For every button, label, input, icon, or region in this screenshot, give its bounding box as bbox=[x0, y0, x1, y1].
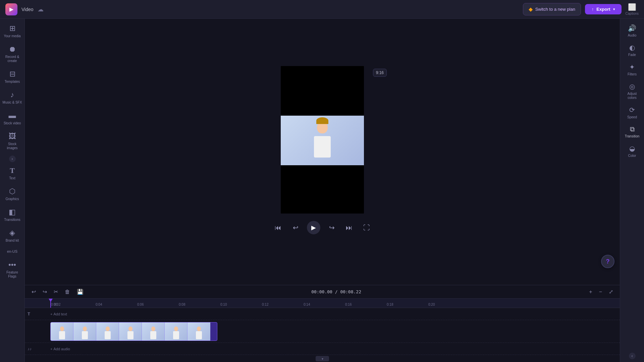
text-track-content[interactable]: + Add text bbox=[50, 308, 620, 320]
rp-color[interactable]: ◒ Color bbox=[622, 142, 643, 161]
delete-button[interactable]: 🗑 bbox=[63, 288, 71, 296]
export-button[interactable]: ↑ Export ▾ bbox=[585, 4, 622, 14]
rp-audio[interactable]: 🔊 Audio bbox=[622, 21, 643, 40]
timeline-ruler: 0:00 0:02 0:04 0:06 0:08 0:10 bbox=[25, 299, 620, 308]
skip-forward-button[interactable]: ⏭ bbox=[343, 222, 355, 234]
audio-track-label: ♪♪ bbox=[25, 347, 50, 351]
record-create-icon: ⏺ bbox=[9, 45, 16, 54]
sidebar-item-stock-video[interactable]: ▬ Stock video bbox=[1, 109, 23, 128]
timeline-area: ↩ ↪ ✂ 🗑 💾 00:00.00 / 00:08.22 + − ⤢ bbox=[25, 285, 620, 362]
templates-icon: ⊟ bbox=[9, 70, 15, 78]
logo-icon: ▶ bbox=[9, 6, 13, 12]
clip-person-7 bbox=[195, 326, 203, 340]
redo-button[interactable]: ↪ bbox=[41, 287, 48, 296]
clip-thumb-3 bbox=[96, 322, 119, 341]
sidebar-item-music-sfx[interactable]: ♪ Music & SFX bbox=[1, 88, 23, 107]
sidebar-item-templates[interactable]: ⊟ Templates bbox=[1, 67, 23, 86]
sidebar-item-record-create[interactable]: ⏺ Record & create bbox=[1, 42, 23, 66]
rp-filters[interactable]: ✦ Filters bbox=[622, 60, 643, 79]
undo-button[interactable]: ↩ bbox=[30, 287, 37, 296]
cut-button[interactable]: ✂ bbox=[52, 287, 59, 296]
audio-track-content[interactable]: + Add audio bbox=[50, 343, 620, 355]
your-media-label: Your media bbox=[4, 34, 20, 38]
fade-label: Fade bbox=[628, 53, 636, 57]
music-sfx-label: Music & SFX bbox=[3, 101, 22, 105]
playhead[interactable] bbox=[50, 299, 51, 308]
sidebar-item-stock-images[interactable]: 🖼 Stock images bbox=[1, 129, 23, 153]
stock-video-icon: ▬ bbox=[9, 111, 16, 120]
skip-back-button[interactable]: ⏮ bbox=[272, 222, 284, 234]
sidebar-item-text[interactable]: T Text bbox=[1, 164, 23, 183]
fullscreen-button[interactable]: ⛶ bbox=[361, 222, 373, 234]
fade-icon: ◐ bbox=[629, 44, 635, 52]
rp-fade[interactable]: ◐ Fade bbox=[622, 41, 643, 60]
add-text-plus: + bbox=[50, 312, 52, 316]
timeline-tracks: T + Add text bbox=[25, 308, 620, 355]
app-logo[interactable]: ▶ bbox=[5, 3, 17, 15]
export-label: Export bbox=[596, 7, 610, 12]
transition-icon: ⧉ bbox=[630, 125, 635, 133]
timeline-expand-bottom[interactable]: ▾ bbox=[316, 356, 329, 361]
export-dropdown-arrow: ▾ bbox=[613, 7, 615, 11]
export-arrow-icon: ↑ bbox=[592, 7, 594, 12]
rp-speed[interactable]: ⟳ Speed bbox=[622, 103, 643, 122]
speed-icon: ⟳ bbox=[629, 106, 635, 114]
filters-label: Filters bbox=[628, 72, 637, 76]
video-clip[interactable] bbox=[50, 322, 217, 341]
add-audio-plus: + bbox=[50, 347, 52, 351]
right-panel: 🔊 Audio ◐ Fade ✦ Filters ◎ Adjust colors… bbox=[620, 19, 644, 362]
stock-images-label: Stock images bbox=[3, 142, 22, 150]
cloud-save-icon[interactable]: ☁ bbox=[38, 6, 44, 13]
add-audio-button[interactable]: + Add audio bbox=[50, 347, 70, 351]
video-middle-content bbox=[281, 116, 364, 165]
add-text-button[interactable]: + Add text bbox=[50, 312, 67, 316]
woman-body bbox=[314, 136, 331, 158]
save-button[interactable]: 💾 bbox=[75, 287, 85, 296]
project-title[interactable]: Video bbox=[21, 7, 34, 12]
feature-flags-label: Feature Flags bbox=[3, 270, 22, 279]
sidebar-item-feature-flags[interactable]: ••• Feature Flags bbox=[1, 258, 23, 281]
video-preview-container: 9:16 ⏮ ↩ ▶ ↪ ⏭ ⛶ bbox=[272, 66, 373, 238]
feature-flags-icon: ••• bbox=[8, 260, 16, 269]
video-bottom-black bbox=[281, 165, 364, 214]
clip-thumb-6 bbox=[165, 322, 187, 341]
color-icon: ◒ bbox=[629, 144, 635, 153]
audio-note-icon: ♪♪ bbox=[28, 347, 32, 351]
rp-transition[interactable]: ⧉ Transition bbox=[622, 123, 643, 141]
clip-person-4 bbox=[126, 326, 135, 340]
captions-label: Captions bbox=[626, 12, 639, 15]
video-track-row bbox=[25, 320, 620, 343]
lang-label: en-US bbox=[7, 249, 17, 254]
audio-label: Audio bbox=[628, 34, 637, 38]
expand-timeline-button[interactable]: ⤢ bbox=[607, 287, 614, 296]
text-track-row: T + Add text bbox=[25, 308, 620, 320]
rp-adjust-colors[interactable]: ◎ Adjust colors bbox=[622, 80, 643, 103]
add-text-label: Add text bbox=[53, 312, 67, 316]
sidebar-item-lang[interactable]: en-US bbox=[1, 247, 23, 256]
sidebar-expand-button[interactable]: › bbox=[9, 156, 16, 162]
zoom-in-button[interactable]: + bbox=[588, 288, 593, 296]
preview-area: 9:16 ⏮ ↩ ▶ ↪ ⏭ ⛶ bbox=[25, 19, 620, 285]
audio-icon: 🔊 bbox=[628, 24, 636, 32]
zoom-out-button[interactable]: − bbox=[598, 288, 603, 296]
playback-controls: ⏮ ↩ ▶ ↪ ⏭ ⛶ bbox=[272, 218, 373, 238]
play-button[interactable]: ▶ bbox=[307, 221, 320, 234]
gem-icon: ◆ bbox=[529, 6, 533, 12]
text-label: Text bbox=[9, 176, 15, 180]
woman-hair bbox=[316, 117, 328, 124]
right-panel-collapse[interactable]: ‹ bbox=[629, 353, 636, 359]
clip-thumb-2 bbox=[73, 322, 96, 341]
sidebar-item-transitions[interactable]: ◧ Transitions bbox=[1, 205, 23, 225]
video-track-content[interactable] bbox=[50, 320, 620, 343]
captions-button[interactable]: ⬜ Captions bbox=[626, 3, 639, 15]
sidebar-item-brand-kit[interactable]: ◈ Brand kit bbox=[1, 226, 23, 245]
sidebar-item-your-media[interactable]: ⊞ Your media bbox=[1, 21, 23, 41]
sidebar-item-graphics[interactable]: ⬡ Graphics bbox=[1, 184, 23, 204]
captions-icon: ⬜ bbox=[628, 3, 636, 11]
fast-forward-button[interactable]: ↪ bbox=[326, 222, 338, 234]
switch-plan-button[interactable]: ◆ Switch to a new plan bbox=[523, 3, 581, 15]
rewind-button[interactable]: ↩ bbox=[289, 222, 302, 234]
music-sfx-icon: ♪ bbox=[10, 90, 14, 99]
help-button[interactable]: ? bbox=[601, 255, 614, 268]
left-sidebar: ⊞ Your media ⏺ Record & create ⊟ Templat… bbox=[0, 19, 25, 362]
